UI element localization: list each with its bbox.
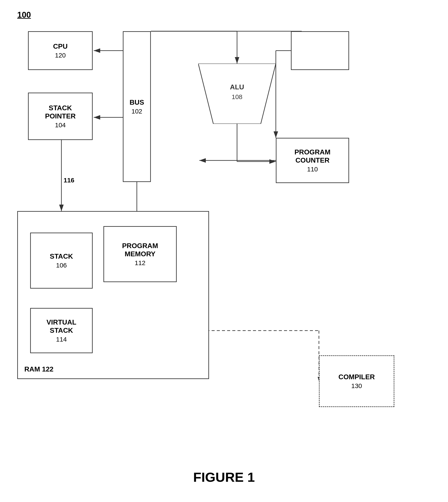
ram-label: RAM 122 bbox=[24, 365, 53, 373]
program-counter-num: 110 bbox=[307, 166, 318, 173]
program-memory-num: 112 bbox=[135, 259, 145, 267]
right-top-box bbox=[291, 31, 349, 70]
bus-label: BUS bbox=[129, 98, 144, 106]
stack-pointer-label: STACKPOINTER bbox=[45, 104, 76, 120]
cpu-num: 120 bbox=[55, 52, 66, 59]
bus-num: 102 bbox=[131, 108, 142, 115]
program-memory-box: PROGRAMMEMORY 112 bbox=[103, 226, 177, 282]
compiler-box: COMPILER 130 bbox=[319, 355, 394, 407]
diagram: 100 bbox=[0, 0, 448, 502]
cpu-box: CPU 120 bbox=[28, 31, 93, 70]
compiler-num: 130 bbox=[351, 382, 362, 390]
bus-box: BUS 102 bbox=[123, 31, 151, 182]
cpu-label: CPU bbox=[53, 42, 68, 50]
virtual-stack-num: 114 bbox=[56, 336, 67, 343]
alu-shape: ALU 108 bbox=[198, 63, 276, 124]
svg-text:ALU: ALU bbox=[230, 83, 244, 91]
stack-pointer-box: STACKPOINTER 104 bbox=[28, 93, 93, 140]
stack-num: 106 bbox=[56, 262, 67, 269]
svg-text:108: 108 bbox=[232, 93, 242, 100]
virtual-stack-label: VIRTUALSTACK bbox=[47, 318, 77, 335]
stack-pointer-num: 104 bbox=[55, 122, 66, 129]
stack-box: STACK 106 bbox=[30, 233, 93, 289]
compiler-label: COMPILER bbox=[338, 373, 375, 381]
program-memory-label: PROGRAMMEMORY bbox=[122, 242, 158, 258]
virtual-stack-box: VIRTUALSTACK 114 bbox=[30, 308, 93, 353]
stack-label: STACK bbox=[50, 252, 73, 260]
label-116: 116 bbox=[64, 177, 74, 184]
ref-label: 100 bbox=[17, 10, 31, 20]
program-counter-label: PROGRAMCOUNTER bbox=[294, 148, 330, 165]
program-counter-box: PROGRAMCOUNTER 110 bbox=[276, 138, 349, 183]
figure-label: FIGURE 1 bbox=[193, 470, 255, 485]
